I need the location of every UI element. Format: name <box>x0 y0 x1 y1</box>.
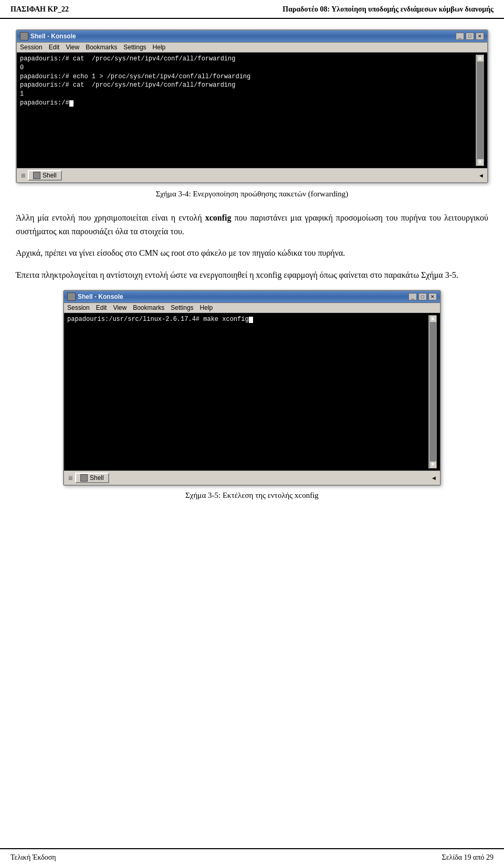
menu-help-1[interactable]: Help <box>153 44 166 51</box>
scroll-track-1 <box>477 62 484 159</box>
titlebar-buttons-1: _ □ ✕ <box>456 33 484 40</box>
taskbar-desktop-icon-2: 🖥 <box>67 475 73 481</box>
scroll-down-2[interactable]: ▼ <box>429 461 437 468</box>
titlebar-left-2: Shell - Konsole <box>67 293 123 301</box>
body-text-3: Έπειτα πληκτρολογείται η αντίστοιχη εντο… <box>16 270 458 279</box>
menu-session-2[interactable]: Session <box>67 304 90 311</box>
shell-button-2[interactable]: Shell <box>75 473 109 483</box>
konsole-window-2: Shell - Konsole _ □ ✕ Session Edit View … <box>63 290 441 486</box>
titlebar-buttons-2: _ □ ✕ <box>408 293 437 300</box>
taskbar-left-2: 🖥 Shell <box>67 473 109 483</box>
konsole-menubar-2: Session Edit View Bookmarks Settings Hel… <box>64 303 440 313</box>
close-button-2[interactable]: ✕ <box>428 293 437 300</box>
menu-view-2[interactable]: View <box>113 304 127 311</box>
bold-xconfig-1: xconfig <box>205 213 232 222</box>
shell-label-1: Shell <box>43 172 57 179</box>
body-text-1a: Άλλη μία εντολή που χρησιμοποιείται είνα… <box>16 213 205 222</box>
menu-bookmarks-2[interactable]: Bookmarks <box>133 304 164 311</box>
scrollbar-2[interactable]: ▲ ▼ <box>428 315 437 468</box>
taskbar-right-2: ◄ <box>431 475 437 481</box>
taskbar-arrow-1: ◄ <box>478 172 484 179</box>
shell-button-1[interactable]: Shell <box>28 170 62 181</box>
figure-caption-2: Σχήμα 3-5: Εκτέλεση της εντολής xconfig <box>16 491 488 500</box>
menu-settings-2[interactable]: Settings <box>171 304 193 311</box>
page-content: Shell - Konsole _ □ ✕ Session Edit View … <box>0 19 504 523</box>
menu-bookmarks-1[interactable]: Bookmarks <box>86 44 117 51</box>
konsole-titlebar-1: Shell - Konsole _ □ ✕ <box>17 30 487 43</box>
header-right: Παραδοτέο 08: Υλοποίηση υποδομής ενδιάμε… <box>282 5 494 14</box>
body-text-2: Αρχικά, πρέπει να γίνει είσοδος στο CMN … <box>16 248 345 257</box>
konsole-titlebar-2: Shell - Konsole _ □ ✕ <box>64 291 440 303</box>
figure-caption-1: Σχήμα 3-4: Ενεργοποίηση προώθησης πακετώ… <box>16 190 488 199</box>
scroll-up-1[interactable]: ▲ <box>477 55 484 62</box>
terminal-area-1: papadouris:/# cat /proc/sys/net/ipv4/con… <box>17 53 487 168</box>
figure-caption-text-1: Σχήμα 3-4: Ενεργοποίηση προώθησης πακετώ… <box>156 190 349 198</box>
terminal-cursor-1 <box>69 100 74 107</box>
body-paragraph-2: Αρχικά, πρέπει να γίνει είσοδος στο CMN … <box>16 246 488 260</box>
konsole-title-text-1: Shell - Konsole <box>30 33 76 40</box>
close-button-1[interactable]: ✕ <box>476 33 484 40</box>
konsole-icon-1 <box>20 32 28 40</box>
body-paragraph-3: Έπειτα πληκτρολογείται η αντίστοιχη εντο… <box>16 268 488 282</box>
minimize-button-2[interactable]: _ <box>408 293 417 300</box>
konsole-menubar-1: Session Edit View Bookmarks Settings Hel… <box>17 43 487 53</box>
body-paragraph-1: Άλλη μία εντολή που χρησιμοποιείται είνα… <box>16 211 488 238</box>
konsole-icon-2 <box>67 293 76 301</box>
footer-left: Τελική Έκδοση <box>10 853 56 862</box>
menu-help-2[interactable]: Help <box>200 304 213 311</box>
konsole-taskbar-1: 🖥 Shell ◄ <box>17 168 487 182</box>
shell-label-2: Shell <box>90 474 104 482</box>
scroll-down-1[interactable]: ▼ <box>477 159 484 166</box>
menu-view-1[interactable]: View <box>66 44 79 51</box>
konsole-taskbar-2: 🖥 Shell ◄ <box>64 471 440 485</box>
shell-icon-1 <box>33 172 40 179</box>
scroll-track-2 <box>429 322 437 461</box>
menu-edit-1[interactable]: Edit <box>49 44 60 51</box>
konsole-window-1: Shell - Konsole _ □ ✕ Session Edit View … <box>16 29 488 183</box>
menu-edit-2[interactable]: Edit <box>96 304 107 311</box>
taskbar-right-1: ◄ <box>478 172 484 179</box>
maximize-button-1[interactable]: □ <box>466 33 474 40</box>
scroll-up-2[interactable]: ▲ <box>429 315 437 322</box>
taskbar-left-1: 🖥 Shell <box>20 170 62 181</box>
terminal-content-2: papadouris:/usr/src/linux-2.6.17.4# make… <box>67 315 426 468</box>
header-left: ΠΑΣΙΦΑΗ ΚΡ_22 <box>10 5 69 14</box>
page-footer: Τελική Έκδοση Σελίδα 19 από 29 <box>0 848 504 866</box>
titlebar-left-1: Shell - Konsole <box>20 32 76 40</box>
konsole-title-text-2: Shell - Konsole <box>78 293 123 300</box>
footer-right: Σελίδα 19 από 29 <box>442 853 494 862</box>
terminal-cursor-2 <box>249 317 253 323</box>
menu-session-1[interactable]: Session <box>20 44 43 51</box>
taskbar-desktop-icon-1: 🖥 <box>20 172 26 179</box>
maximize-button-2[interactable]: □ <box>418 293 427 300</box>
minimize-button-1[interactable]: _ <box>456 33 464 40</box>
figure-caption-text-2: Σχήμα 3-5: Εκτέλεση της εντολής xconfig <box>185 491 319 499</box>
page-header: ΠΑΣΙΦΑΗ ΚΡ_22 Παραδοτέο 08: Υλοποίηση υπ… <box>0 0 504 19</box>
taskbar-arrow-2: ◄ <box>431 475 437 481</box>
terminal-content-1: papadouris:/# cat /proc/sys/net/ipv4/con… <box>20 55 474 166</box>
menu-settings-1[interactable]: Settings <box>123 44 146 51</box>
scrollbar-1[interactable]: ▲ ▼ <box>476 55 484 166</box>
shell-icon-2 <box>80 474 88 482</box>
terminal-area-2: papadouris:/usr/src/linux-2.6.17.4# make… <box>64 313 440 471</box>
